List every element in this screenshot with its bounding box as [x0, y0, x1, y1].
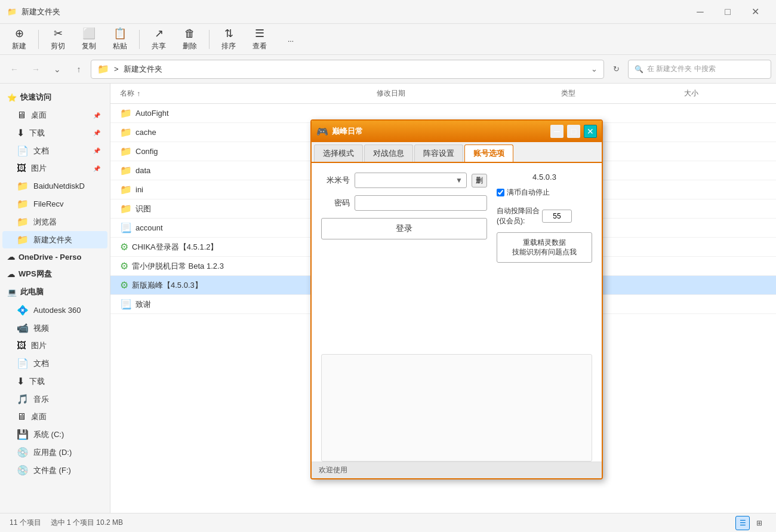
tab-battle[interactable]: 对战信息	[364, 144, 413, 162]
cut-icon: ✂	[54, 27, 63, 40]
col-size-header[interactable]: 大小	[684, 84, 766, 103]
sidebar-item-docs[interactable]: 📄 文档 📌	[2, 142, 107, 159]
mimi-label: 米米号	[321, 175, 350, 186]
col-size-label: 大小	[684, 88, 698, 99]
file-name: AutoFight	[136, 109, 169, 118]
more-button[interactable]: ...	[276, 26, 305, 53]
sidebar-item-dl2-label: 下载	[29, 376, 45, 387]
close-button[interactable]: ✕	[741, 2, 769, 21]
forward-button[interactable]: →	[26, 60, 45, 79]
sidebar-item-dl2[interactable]: ⬇ 下载	[2, 373, 107, 390]
password-input[interactable]	[355, 195, 487, 211]
sidebar-item-music[interactable]: 🎵 音乐	[2, 390, 107, 408]
refresh-button[interactable]: ↻	[606, 60, 626, 79]
dialog-left-panel: 米米号 ▼ 删 密码 登录	[321, 173, 487, 345]
login-button[interactable]: 登录	[321, 218, 487, 239]
col-type-header[interactable]: 类型	[561, 84, 684, 103]
vip-label: 自动投降回合(仅会员):	[497, 206, 540, 226]
auto-coin-label: 满币自动停止	[507, 187, 550, 198]
sidebar-item-appd[interactable]: 💿 应用盘 (D:)	[2, 444, 107, 461]
tab-formation[interactable]: 阵容设置	[414, 144, 463, 162]
col-name-header[interactable]: 名称 ↑	[120, 84, 377, 103]
sidebar-item-desktop2[interactable]: 🖥 桌面	[2, 408, 107, 425]
sidebar-item-appd-label: 应用盘 (D:)	[33, 447, 72, 458]
file-name: Config	[136, 147, 158, 156]
wps-header[interactable]: ☁ WPS网盘	[0, 265, 110, 283]
pin-icon-4: 📌	[93, 165, 100, 172]
sidebar-item-docs-label: 文档	[33, 146, 49, 156]
tab-mode[interactable]: 选择模式	[314, 144, 363, 162]
exe-icon: ⚙	[120, 241, 128, 253]
new-button[interactable]: ⊕ 新建	[5, 26, 33, 53]
dropdown-button[interactable]: ⌄	[48, 60, 67, 79]
dialog-icon: 🎮	[316, 126, 328, 137]
sidebar-item-pic2-label: 图片	[31, 340, 47, 351]
dialog-maximize-button[interactable]: □	[567, 125, 580, 138]
quick-access-header[interactable]: ⭐ 快速访问	[0, 88, 110, 106]
sidebar-item-autodesk[interactable]: 💠 Autodesk 360	[2, 302, 107, 319]
delete-icon: 🗑	[184, 27, 195, 40]
sidebar-item-newfolder-label: 新建文件夹	[33, 235, 72, 245]
pin-icon: 📌	[93, 112, 100, 119]
sidebar-item-filef[interactable]: 💿 文件盘 (F:)	[2, 462, 107, 479]
vip-row: 自动投降回合(仅会员):	[497, 206, 592, 226]
search-box[interactable]: 🔍 在 新建文件夹 中搜索	[628, 60, 771, 79]
back-button[interactable]: ←	[5, 60, 24, 79]
sidebar-item-video[interactable]: 📹 视频	[2, 319, 107, 337]
maximize-button[interactable]: □	[714, 2, 741, 21]
sidebar-item-sysc[interactable]: 💾 系统 (C:)	[2, 426, 107, 443]
grid-view-button[interactable]: ⊞	[752, 516, 766, 530]
col-date-header[interactable]: 修改日期	[377, 84, 561, 103]
onedrive-header[interactable]: ☁ OneDrive - Perso	[0, 249, 110, 265]
sidebar-item-download[interactable]: ⬇ 下载 📌	[2, 124, 107, 142]
onedrive-label: OneDrive - Perso	[19, 253, 82, 262]
reload-button[interactable]: 重载精灵数据技能识别有问题点我	[497, 232, 592, 263]
music-icon: 🎵	[17, 393, 29, 405]
view-button[interactable]: ☰ 查看	[245, 26, 274, 53]
pictures-icon: 🖼	[17, 163, 26, 174]
address-input[interactable]: 📁 > 新建文件夹 ⌄	[91, 60, 604, 79]
dialog-status-text: 欢迎使用	[319, 465, 347, 475]
mimi-select[interactable]: ▼	[355, 173, 467, 188]
form-row-mimi: 米米号 ▼ 删	[321, 173, 487, 188]
sidebar-item-pictures[interactable]: 🖼 图片 📌	[2, 160, 107, 177]
title-bar: 📁 新建文件夹 ─ □ ✕	[0, 0, 776, 24]
dialog-close-button[interactable]: ✕	[584, 125, 597, 138]
delete-mimi-button[interactable]: 删	[472, 174, 487, 187]
filerecv-icon: 📁	[17, 198, 29, 210]
sort-button[interactable]: ⇅ 排序	[214, 26, 243, 53]
baidu-icon: 📁	[17, 180, 29, 192]
pc-header[interactable]: 💻 此电脑	[0, 283, 110, 301]
auto-coin-checkbox[interactable]	[497, 189, 504, 196]
sidebar-item-pic2[interactable]: 🖼 图片	[2, 337, 107, 354]
cut-label: 剪切	[51, 41, 65, 51]
sidebar: ⭐ 快速访问 🖥 桌面 📌 ⬇ 下载 📌 📄 文档 📌 🖼 图片 📌 📁 Bai…	[0, 84, 110, 513]
toolbar-sep-3	[209, 30, 210, 49]
vip-input[interactable]	[542, 210, 572, 223]
sidebar-item-baidu[interactable]: 📁 BaiduNetdiskD	[2, 177, 107, 195]
sidebar-item-doc2[interactable]: 📄 文档	[2, 355, 107, 372]
sysc-icon: 💾	[17, 429, 29, 440]
sidebar-item-browser[interactable]: 📁 浏览器	[2, 213, 107, 230]
list-view-button[interactable]: ☰	[735, 516, 750, 530]
dialog-minimize-button[interactable]: ─	[550, 125, 563, 138]
doc-icon: 📃	[120, 299, 132, 310]
share-button[interactable]: ↗ 共享	[144, 26, 173, 53]
sidebar-item-newfolder[interactable]: 📁 新建文件夹	[2, 231, 107, 248]
address-bar: ← → ⌄ ↑ 📁 > 新建文件夹 ⌄ ↻ 🔍 在 新建文件夹 中搜索	[0, 55, 776, 84]
sidebar-item-filerecv[interactable]: 📁 FileRecv	[2, 195, 107, 213]
tab-account[interactable]: 账号选项	[464, 144, 513, 162]
delete-button[interactable]: 🗑 删除	[175, 26, 204, 53]
pc-label: 此电脑	[20, 287, 44, 297]
paste-button[interactable]: 📋 粘贴	[106, 26, 134, 53]
minimize-button[interactable]: ─	[686, 2, 714, 21]
sidebar-item-sysc-label: 系统 (C:)	[33, 429, 64, 440]
share-icon: ↗	[155, 27, 164, 40]
dialog-title-bar: 🎮 巅峰日常 ─ □ ✕	[312, 121, 602, 142]
sidebar-item-desktop[interactable]: 🖥 桌面 📌	[2, 107, 107, 124]
video-icon: 📹	[17, 322, 29, 334]
dialog-log	[321, 354, 592, 462]
up-button[interactable]: ↑	[69, 60, 88, 79]
copy-button[interactable]: ⬜ 复制	[75, 26, 103, 53]
cut-button[interactable]: ✂ 剪切	[44, 26, 72, 53]
